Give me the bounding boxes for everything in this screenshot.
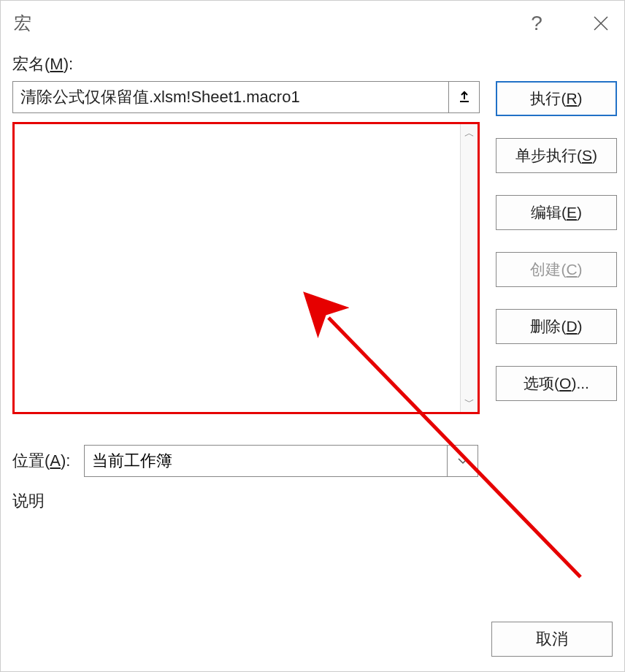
description-label: 说明 — [12, 490, 480, 512]
macro-dialog: 宏 ? 宏名(M): ︿ ﹀ — [0, 0, 625, 672]
reference-button[interactable] — [448, 82, 479, 112]
close-icon — [593, 15, 609, 31]
dialog-title: 宏 — [14, 12, 31, 35]
macro-name-input[interactable] — [13, 82, 448, 112]
location-dropdown-arrow — [447, 446, 478, 476]
svg-rect-0 — [460, 101, 469, 102]
macro-list[interactable] — [15, 124, 460, 412]
collapse-icon — [458, 91, 471, 104]
macro-list-scrollbar[interactable]: ︿ ﹀ — [460, 124, 478, 412]
chevron-down-icon — [457, 457, 469, 465]
delete-button[interactable]: 删除(D) — [496, 309, 617, 344]
macro-list-highlight: ︿ ﹀ — [12, 122, 480, 414]
title-controls: ? — [522, 9, 616, 38]
run-button[interactable]: 执行(R) — [496, 81, 617, 116]
location-label: 位置(A): — [12, 450, 75, 472]
left-column: ︿ ﹀ 位置(A): 当前工作簿 说明 — [12, 81, 480, 512]
dialog-content: 宏名(M): ︿ ﹀ 位置(A): — [1, 46, 624, 524]
create-button: 创建(C) — [496, 252, 617, 287]
macro-name-field-wrap — [12, 81, 480, 113]
location-row: 位置(A): 当前工作簿 — [12, 445, 480, 477]
macro-name-label: 宏名(M): — [12, 53, 613, 75]
edit-button[interactable]: 编辑(E) — [496, 195, 617, 230]
cancel-row: 取消 — [491, 622, 613, 657]
button-column: 执行(R) 单步执行(S) 编辑(E) 创建(C) 删除(D) 选项(O)... — [496, 81, 617, 401]
scroll-down-icon[interactable]: ﹀ — [464, 396, 475, 409]
cancel-button[interactable]: 取消 — [491, 622, 613, 657]
location-value: 当前工作簿 — [92, 450, 172, 472]
step-button[interactable]: 单步执行(S) — [496, 138, 617, 173]
location-select[interactable]: 当前工作簿 — [84, 445, 478, 477]
title-bar: 宏 ? — [1, 1, 624, 46]
close-button[interactable] — [586, 9, 616, 38]
main-row: ︿ ﹀ 位置(A): 当前工作簿 说明 执行(R) — [12, 81, 613, 512]
options-button[interactable]: 选项(O)... — [496, 366, 617, 401]
help-button[interactable]: ? — [522, 9, 551, 38]
scroll-up-icon[interactable]: ︿ — [464, 127, 475, 140]
